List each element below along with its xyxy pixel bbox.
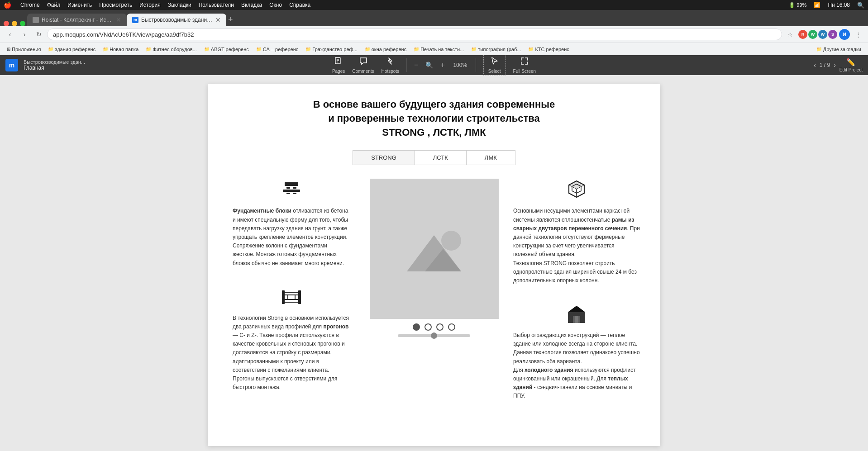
macos-menubar: 🍎 Chrome Файл Изменить Просмотреть Истор… [0,0,868,10]
address-bar[interactable] [47,28,782,40]
bookmark-other-label: Другие закладки [823,47,861,52]
dot-4[interactable] [448,323,455,331]
apps-icon: ⊞ [7,47,10,52]
bookmark-sa[interactable]: 📁 СА – референс [253,45,301,53]
bookmark-new-folder[interactable]: 📁 Новая папка [100,45,142,53]
bookmark-fitness[interactable]: 📁 Фитнес оборудов... [143,45,200,53]
apple-logo: 🍎 [4,1,11,9]
tabs-row: STRONG ЛСТК ЛМК [226,150,642,165]
svg-rect-7 [283,190,300,192]
tool-pages[interactable]: Pages [332,57,345,74]
tool-comments[interactable]: Comments [352,57,374,74]
tab-favicon-roistat [33,17,39,23]
ext-icon-1[interactable]: R [798,30,807,39]
menu-chrome[interactable]: Chrome [20,2,40,8]
tool-select[interactable]: Select [483,54,506,76]
tab-close-roistat[interactable]: ✕ [116,16,121,24]
menu-view[interactable]: Просмотреть [99,2,132,8]
tab-lmk[interactable]: ЛМК [467,151,515,165]
chrome-menu-button[interactable]: ⋮ [852,28,864,41]
feature-frame-system-text: Основными несущими элементами каркасной … [513,207,640,285]
image-slider[interactable] [398,334,470,337]
menu-tab[interactable]: Вкладка [241,2,262,8]
comments-label: Comments [352,69,374,74]
svg-point-18 [441,231,461,251]
enclosure-icon [565,303,588,326]
zoom-in-button[interactable]: + [440,61,444,69]
traffic-light-minimize[interactable] [12,21,17,26]
folder-icon-10: 📁 [528,47,534,52]
tab-roistat[interactable]: Roistat - Коллтрекинг - Исто... ✕ [27,14,127,26]
traffic-light-close[interactable] [4,21,9,26]
tool-fullscreen[interactable]: Full Screen [513,57,536,74]
svg-rect-6 [293,187,296,189]
bookmark-print[interactable]: 📁 Печать на тексти... [410,45,467,53]
dot-1[interactable] [413,323,420,331]
dot-3[interactable] [436,323,444,331]
left-features: Фундаментные блоки отливаются из бетона … [226,179,357,392]
bookmark-abgt[interactable]: 📁 ABGT референс [201,45,252,53]
new-tab-button[interactable]: + [228,15,233,26]
traffic-light-fullscreen[interactable] [20,21,25,26]
tab-strong[interactable]: STRONG [353,151,415,165]
svg-marker-26 [568,306,585,312]
folder-icon-3: 📁 [146,47,151,52]
bookmark-abgt-label: ABGT референс [211,47,249,52]
svg-rect-8 [286,193,290,194]
svg-rect-5 [286,187,290,189]
menu-search-icon[interactable]: 🔍 [857,2,864,9]
bookmark-apps[interactable]: ⊞ Приложения [4,45,44,53]
pages-label: Pages [332,69,345,74]
tool-hotspots[interactable]: Hotspots [382,57,399,74]
bookmark-new-folder-label: Новая папка [110,47,138,52]
tab-lstk[interactable]: ЛСТК [415,151,467,165]
menu-users[interactable]: Пользователи [199,2,234,8]
ext-icon-4[interactable]: S [828,30,837,39]
slider-thumb[interactable] [431,332,437,339]
canvas-area[interactable]: В основе вашего будущего здания современ… [0,75,868,451]
ext-icon-2[interactable]: W [808,30,817,39]
feature-enclosure-text: Выбор ограждающих конструкций — теплое з… [513,331,640,401]
forward-button[interactable]: › [18,28,31,41]
center-image-area [366,179,502,337]
dot-2[interactable] [424,323,432,331]
back-button[interactable]: ‹ [4,28,16,41]
bookmark-print-label: Печать на тексти... [420,47,464,52]
tab-close-moqups[interactable]: ✕ [215,16,221,24]
edit-project-label: Edit Project [839,67,863,72]
next-page-button[interactable]: › [834,62,836,69]
menu-file[interactable]: Файл [47,2,61,8]
bookmark-kts[interactable]: 📁 КТС референс [525,45,572,53]
svg-rect-11 [284,299,299,302]
profile-button[interactable]: И [839,29,850,40]
bookmark-typography-label: типография (раб... [478,47,521,52]
image-placeholder [370,179,499,319]
reload-button[interactable]: ↻ [33,28,45,41]
folder-icon-6: 📁 [305,47,311,52]
menu-history[interactable]: История [139,2,161,8]
tab-moqups[interactable]: m Быстровозводимые здания ( ✕ [127,14,226,26]
menu-edit[interactable]: Изменить [67,2,92,8]
bookmark-star-button[interactable]: ☆ [784,28,796,41]
bookmark-other[interactable]: 📁 Другие закладки [813,45,864,53]
menu-window[interactable]: Окно [269,2,282,8]
feature-purlins-text: В технологии Strong в основном используе… [233,314,350,392]
menu-bookmarks[interactable]: Закладки [168,2,191,8]
feature-purlins: В технологии Strong в основном используе… [226,286,357,392]
extension-icons: R W W S [798,30,837,39]
prev-page-button[interactable]: ‹ [814,62,816,69]
bookmark-buildings[interactable]: 📁 здания референс [45,45,99,53]
tab-favicon-moqups: m [132,17,138,23]
svg-rect-14 [282,290,285,304]
svg-rect-28 [575,316,578,323]
bookmark-citizenship[interactable]: 📁 Гражданство реф... [302,45,360,53]
bookmark-windows[interactable]: 📁 окна референс [362,45,410,53]
menu-help[interactable]: Справка [289,2,310,8]
ext-icon-3[interactable]: W [818,30,827,39]
bookmark-kts-label: КТС референс [535,47,569,52]
zoom-out-button[interactable]: − [414,61,418,69]
page-title: В основе вашего будущего здания современ… [226,98,642,139]
bookmark-typography[interactable]: 📁 типография (раб... [468,45,524,53]
edit-project-button[interactable]: ✏️ Edit Project [839,58,863,72]
pages-icon [334,57,343,68]
